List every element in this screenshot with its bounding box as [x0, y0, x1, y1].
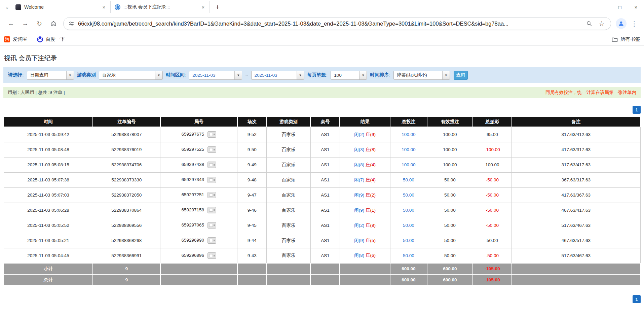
close-button[interactable]: ×: [628, 0, 644, 14]
page-1-button[interactable]: 1: [633, 106, 641, 114]
total-bet-cell[interactable]: 50.00: [390, 187, 427, 203]
valid-bet-cell: 100.00: [427, 142, 473, 157]
grand-total-round-cell: [160, 274, 237, 285]
tab-welcome[interactable]: Welcome ×: [11, 1, 111, 13]
bookmark-star-icon[interactable]: ☆: [597, 19, 606, 28]
game-type-value: 百家乐: [99, 71, 155, 79]
banker-result: 庄(4): [366, 177, 376, 182]
banker-result: 庄(8): [366, 223, 376, 228]
search-button[interactable]: 查询: [454, 71, 468, 80]
profile-avatar[interactable]: [616, 18, 627, 29]
round-replay-icon[interactable]: [207, 146, 216, 153]
game-type-cell: 百家乐: [267, 172, 311, 187]
result-cell: 闲(2) 庄(9): [340, 127, 390, 142]
tab-close-icon[interactable]: ×: [200, 4, 206, 10]
time-cell: 2025-11-03 05:08:15: [4, 157, 93, 172]
query-type-select[interactable]: 日期查询 ▾: [27, 71, 74, 80]
session-cell: 9-43: [237, 248, 267, 263]
session-cell: 9-46: [237, 203, 267, 218]
round-replay-icon[interactable]: [207, 237, 216, 244]
table-number-cell: AS1: [310, 142, 340, 157]
dropdown-arrow-icon[interactable]: ▾: [442, 71, 450, 79]
note-cell: 467.63/517.63: [512, 233, 640, 248]
sort-order-value: 降幂(由大到小): [394, 71, 442, 79]
bet-record-row: 2025-11-03 05:07:03522938372050659297251…: [4, 187, 640, 203]
total-bet-cell[interactable]: 100.00: [390, 142, 427, 157]
game-type-select[interactable]: 百家乐 ▾: [99, 71, 163, 80]
total-bet-cell[interactable]: 50.00: [390, 233, 427, 248]
round-replay-icon[interactable]: [207, 252, 216, 259]
bet-record-row: 2025-11-03 05:07:38522938373330659297343…: [4, 172, 640, 187]
sort-order-select[interactable]: 降幂(由大到小) ▾: [393, 71, 450, 80]
total-bet-cell[interactable]: 50.00: [390, 218, 427, 233]
player-result: 闲(9): [354, 193, 364, 198]
new-tab-button[interactable]: +: [213, 2, 223, 12]
time-cell: 2025-11-03 05:07:03: [4, 187, 93, 203]
url-bar[interactable]: 66cxkj98.com/game/betrecord_search/kind3…: [63, 17, 611, 30]
round-replay-icon[interactable]: [207, 207, 216, 213]
round-number: 659297158: [181, 207, 204, 212]
bet-id-cell: 522938368268: [93, 233, 160, 248]
dropdown-arrow-icon[interactable]: ▾: [297, 71, 304, 79]
bet-record-row: 2025-11-03 05:06:28522938370864659297158…: [4, 203, 640, 218]
player-result: 闲(8): [354, 253, 364, 258]
table-number-cell: AS1: [310, 127, 340, 142]
round-cell: 659296990: [160, 233, 237, 248]
round-replay-icon[interactable]: [207, 162, 216, 168]
dropdown-arrow-icon[interactable]: ▾: [359, 71, 367, 79]
player-result: 闲(3): [354, 147, 364, 152]
all-bookmarks-label: 所有书签: [620, 36, 640, 42]
payout-cell: 95.00: [473, 127, 512, 142]
session-cell: 9-48: [237, 172, 267, 187]
note-cell: 517.63/467.63: [512, 248, 640, 263]
tab-search-button[interactable]: ⌄: [3, 3, 11, 11]
total-bet-cell[interactable]: 100.00: [390, 127, 427, 142]
tab-bet-records[interactable]: :::视讯 会员下注纪录::: ×: [111, 1, 210, 13]
banker-result: 庄(2): [366, 193, 376, 198]
round-replay-icon[interactable]: [207, 131, 216, 138]
total-bet-cell[interactable]: 50.00: [390, 172, 427, 187]
sort-order-label: 时间排序:: [370, 72, 390, 78]
total-bet-cell[interactable]: 50.00: [390, 248, 427, 263]
bookmark-aitaobao[interactable]: 淘 爱淘宝: [4, 36, 28, 42]
game-type-cell: 百家乐: [267, 187, 311, 203]
back-button[interactable]: ←: [5, 17, 17, 30]
table-number-cell: AS1: [310, 187, 340, 203]
dropdown-arrow-icon[interactable]: ▾: [234, 71, 242, 79]
date-start-select[interactable]: 2025-11-03 ▾: [189, 71, 242, 80]
dropdown-arrow-icon[interactable]: ▾: [66, 71, 74, 79]
forward-button[interactable]: →: [19, 17, 32, 30]
info-bar: 币别 : 人民币 | 总共 :9 注单 | 同局有效投注，统一计算在该局第一张注…: [3, 87, 641, 98]
total-bet-cell[interactable]: 100.00: [390, 157, 427, 172]
zoom-icon[interactable]: [585, 19, 594, 28]
tab-label: :::视讯 会员下注纪录:::: [123, 4, 197, 10]
page-1-button[interactable]: 1: [633, 295, 641, 303]
reload-button[interactable]: ↻: [33, 17, 46, 30]
valid-bet-cell: 50.00: [427, 218, 473, 233]
column-header: 总投注: [390, 117, 427, 127]
payout-cell: -50.00: [473, 187, 512, 203]
dropdown-arrow-icon[interactable]: ▾: [155, 71, 162, 79]
bet-id-cell: 522938366991: [93, 248, 160, 263]
tab-close-icon[interactable]: ×: [101, 4, 107, 10]
note-cell: 367.63/317.63: [512, 172, 640, 187]
maximize-button[interactable]: □: [612, 0, 628, 14]
round-replay-icon[interactable]: [207, 222, 216, 229]
all-bookmarks-button[interactable]: 所有书签: [612, 36, 640, 42]
url-text[interactable]: 66cxkj98.com/game/betrecord_search/kind3…: [78, 21, 581, 27]
round-replay-icon[interactable]: [207, 177, 216, 183]
total-bet-cell[interactable]: 50.00: [390, 203, 427, 218]
home-button[interactable]: [47, 17, 60, 30]
date-end-select[interactable]: 2025-11-03 ▾: [251, 71, 304, 80]
minimize-button[interactable]: –: [596, 0, 612, 14]
site-settings-icon[interactable]: [68, 21, 74, 27]
payout-cell: -100.00: [473, 142, 512, 157]
browser-menu-icon[interactable]: ⋮: [629, 17, 639, 30]
per-page-select[interactable]: 100 ▾: [331, 71, 367, 80]
subtotal-game-cell: [267, 263, 311, 274]
round-replay-icon[interactable]: [207, 192, 216, 198]
bookmark-baidu[interactable]: 百度一下: [37, 36, 65, 42]
grand-total-row: 总计9600.00600.00-105.00: [4, 274, 640, 285]
date-range-label: 时间区间:: [166, 72, 186, 78]
player-result: 闲(9): [354, 208, 364, 213]
